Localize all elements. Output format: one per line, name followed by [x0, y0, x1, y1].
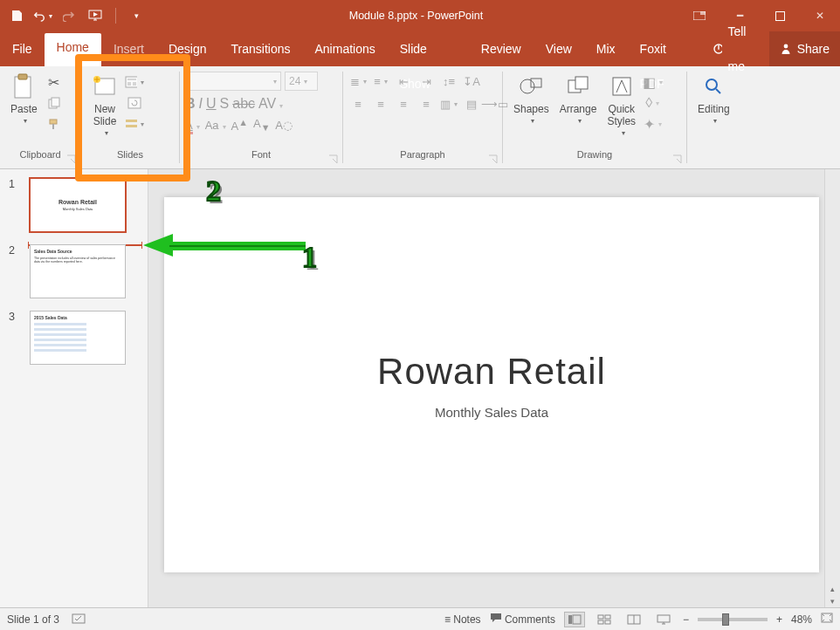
underline-icon[interactable]: U: [206, 96, 217, 112]
redo-icon[interactable]: [59, 6, 79, 25]
maximize-icon[interactable]: [760, 0, 800, 31]
spellcheck-icon[interactable]: [72, 612, 86, 627]
slide-layout-icon[interactable]: ▾: [125, 73, 144, 91]
prev-slide-icon[interactable]: ▴: [825, 583, 840, 595]
quick-styles-button[interactable]: Quick Styles▾: [602, 72, 641, 141]
tab-animations[interactable]: Animations: [302, 31, 387, 66]
slideshow-view-icon[interactable]: [653, 612, 674, 627]
smartart-icon[interactable]: ⟶▭: [485, 94, 504, 113]
drawing-launcher-icon[interactable]: [672, 154, 683, 165]
thumb-1[interactable]: 1 Rowan Retail Monthly Sales Data: [0, 178, 148, 244]
shape-outline-icon[interactable]: ◊▾: [643, 94, 662, 112]
format-painter-icon[interactable]: [45, 115, 64, 133]
shape-effects-icon[interactable]: ✦▾: [643, 115, 662, 133]
tab-view[interactable]: View: [534, 31, 584, 66]
bold-icon[interactable]: B: [185, 96, 196, 112]
slide-canvas-area[interactable]: Rowan Retail Monthly Sales Data ▴▾: [148, 169, 840, 607]
font-face-dropdown[interactable]: ▾: [185, 72, 281, 91]
bullets-icon[interactable]: ≣▾: [348, 72, 368, 91]
current-slide[interactable]: Rowan Retail Monthly Sales Data: [164, 197, 819, 572]
numbering-icon[interactable]: ≡▾: [371, 72, 390, 91]
text-direction-icon[interactable]: ↧A: [462, 72, 481, 91]
shape-fill-icon[interactable]: ◧▾: [643, 73, 662, 91]
arrange-button[interactable]: Arrange▾: [554, 72, 602, 129]
svg-rect-10: [52, 98, 59, 106]
char-spacing-icon[interactable]: AV▾: [258, 96, 283, 112]
tab-insert[interactable]: Insert: [101, 31, 156, 66]
font-size-dropdown[interactable]: 24▾: [285, 72, 318, 91]
qat-customize-icon[interactable]: ▾: [127, 6, 146, 25]
tab-design[interactable]: Design: [156, 31, 219, 66]
tab-home[interactable]: Home: [45, 33, 101, 66]
shrink-font-icon[interactable]: A▼: [253, 117, 270, 133]
italic-icon[interactable]: I: [199, 96, 203, 112]
clipboard-launcher-icon[interactable]: [66, 154, 77, 165]
tab-mix[interactable]: Mix: [584, 31, 628, 66]
justify-icon[interactable]: ≡: [417, 94, 436, 113]
zoom-in-icon[interactable]: +: [776, 613, 782, 626]
paste-label: Paste: [10, 103, 38, 115]
font-color-icon[interactable]: A▾: [185, 119, 200, 132]
align-text-icon[interactable]: ▤: [462, 94, 481, 113]
paragraph-launcher-icon[interactable]: [488, 154, 499, 165]
increase-indent-icon[interactable]: ⇥: [417, 72, 436, 91]
svg-rect-12: [52, 124, 54, 129]
share-button[interactable]: Share: [769, 31, 840, 66]
ribbon-display-options-icon[interactable]: [679, 0, 720, 31]
section-icon[interactable]: ▾: [125, 115, 144, 133]
shapes-button[interactable]: Shapes▾: [508, 72, 554, 129]
paragraph-tools: ≣▾ ≡▾ ⇤ ⇥ ↕≡ ↧A ≡ ≡ ≡ ≡ ▥▾ ▤ ⟶▭: [348, 72, 504, 113]
thumb-2-preview[interactable]: Sales Data Source The presentation inclu…: [30, 244, 126, 298]
thumb-3[interactable]: 3 2015 Sales Data: [0, 311, 148, 377]
slide-thumbnail-pane[interactable]: 1 Rowan Retail Monthly Sales Data 2 Sale…: [0, 169, 148, 607]
slide-subtitle[interactable]: Monthly Sales Data: [435, 405, 548, 420]
font-launcher-icon[interactable]: [328, 154, 339, 165]
reading-view-icon[interactable]: [623, 612, 644, 627]
vertical-scrollbar[interactable]: ▴▾: [824, 169, 840, 607]
next-slide-icon[interactable]: ▾: [825, 595, 840, 607]
thumb-3-preview[interactable]: 2015 Sales Data: [30, 311, 126, 365]
thumb-1-preview[interactable]: Rowan Retail Monthly Sales Data: [30, 178, 126, 232]
new-slide-button[interactable]: New Slide▾: [86, 72, 123, 141]
tell-me[interactable]: Tell me: [702, 31, 768, 66]
shadow-icon[interactable]: S: [220, 96, 230, 112]
start-slideshow-icon[interactable]: [86, 6, 105, 25]
clear-formatting-icon[interactable]: A◌: [275, 119, 293, 132]
notes-button[interactable]: ≡ Notes: [444, 613, 481, 626]
tab-review[interactable]: Review: [469, 31, 534, 66]
copy-icon[interactable]: [45, 94, 64, 112]
comments-button[interactable]: Comments: [490, 613, 555, 626]
columns-icon[interactable]: ▥▾: [439, 94, 458, 113]
undo-icon[interactable]: ▾: [33, 6, 52, 25]
normal-view-icon[interactable]: [564, 612, 585, 627]
sorter-view-icon[interactable]: [594, 612, 615, 627]
change-case-icon[interactable]: Aa▾: [205, 119, 226, 132]
line-spacing-icon[interactable]: ↕≡: [439, 72, 458, 91]
slide-title[interactable]: Rowan Retail: [377, 351, 606, 393]
reset-slide-icon[interactable]: [125, 94, 144, 112]
decrease-indent-icon[interactable]: ⇤: [394, 72, 413, 91]
grow-font-icon[interactable]: A▲: [231, 117, 248, 133]
svg-rect-29: [568, 615, 572, 624]
align-center-icon[interactable]: ≡: [371, 94, 390, 113]
thumb-2[interactable]: 2 Sales Data Source The presentation inc…: [0, 244, 148, 311]
align-left-icon[interactable]: ≡: [348, 94, 368, 113]
align-right-icon[interactable]: ≡: [394, 94, 413, 113]
svg-point-22: [520, 79, 534, 93]
zoom-slider[interactable]: [698, 618, 768, 621]
svg-rect-30: [573, 615, 581, 624]
paste-button[interactable]: Paste▾: [5, 72, 43, 129]
zoom-level[interactable]: 48%: [791, 613, 812, 626]
cut-icon[interactable]: ✂: [45, 73, 64, 91]
tab-file[interactable]: File: [0, 31, 45, 66]
paragraph-group-label: Paragraph: [400, 149, 444, 160]
tab-slideshow[interactable]: Slide Show: [388, 31, 469, 66]
tab-transitions[interactable]: Transitions: [219, 31, 303, 66]
save-icon[interactable]: [7, 6, 26, 25]
tab-foxit-pdf[interactable]: Foxit PDF: [628, 31, 703, 66]
close-icon[interactable]: ✕: [800, 0, 840, 31]
strikethrough-icon[interactable]: abc: [232, 96, 255, 112]
editing-button[interactable]: Editing▾: [692, 72, 735, 129]
zoom-out-icon[interactable]: −: [683, 613, 689, 626]
fit-to-window-icon[interactable]: [821, 613, 833, 626]
